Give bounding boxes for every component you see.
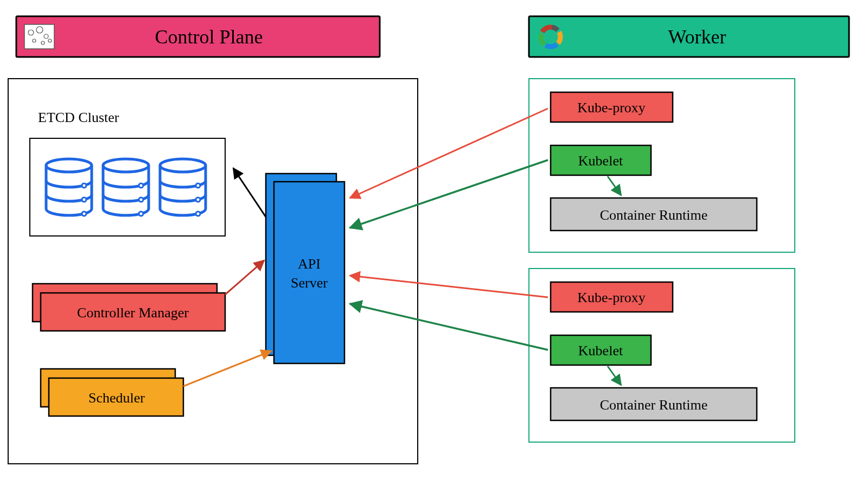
worker-header: Worker <box>529 16 849 57</box>
worker-node-1: Kube-proxy Kubelet Container Runtime <box>529 79 795 252</box>
chart-icon <box>24 24 54 49</box>
container-runtime-label-2: Container Runtime <box>600 397 708 413</box>
svg-point-19 <box>103 159 149 172</box>
svg-point-25 <box>196 197 200 202</box>
svg-rect-1 <box>24 24 54 49</box>
svg-rect-28 <box>274 182 344 363</box>
svg-point-18 <box>82 212 86 216</box>
controller-manager: Controller Manager <box>33 284 225 331</box>
kube-proxy-label-2: Kube-proxy <box>577 290 646 305</box>
etcd-cluster: ETCD Cluster <box>30 110 225 236</box>
arrow-kubelet-runtime-1 <box>608 176 621 195</box>
arrow-scheduler-api <box>183 351 271 386</box>
kube-proxy-label-1: Kube-proxy <box>577 100 646 116</box>
scheduler: Scheduler <box>41 369 183 416</box>
arrow-kubelet1-api <box>350 160 548 228</box>
arrow-api-etcd <box>233 168 266 217</box>
etcd-cluster-label: ETCD Cluster <box>38 110 119 125</box>
arrow-kubeproxy1-api <box>350 108 548 198</box>
controller-manager-label: Controller Manager <box>77 305 189 321</box>
svg-point-23 <box>160 159 206 172</box>
api-server-label-2: Server <box>291 275 328 291</box>
scheduler-label: Scheduler <box>88 390 145 406</box>
svg-point-20 <box>139 183 143 188</box>
arrow-kubelet2-api <box>350 304 548 350</box>
control-plane-header: Control Plane <box>16 16 380 57</box>
arrow-kubeproxy2-api <box>350 276 548 297</box>
control-plane-header-label: Control Plane <box>155 26 263 48</box>
svg-point-21 <box>139 197 143 202</box>
worker-header-label: Worker <box>668 26 726 48</box>
arrow-kubelet-runtime-2 <box>608 366 621 385</box>
container-runtime-label-1: Container Runtime <box>600 207 708 223</box>
database-icon <box>46 159 206 216</box>
svg-point-15 <box>46 159 92 172</box>
svg-point-16 <box>82 183 86 188</box>
arrow-controller-api <box>225 260 264 295</box>
worker-node-2: Kube-proxy Kubelet Container Runtime <box>529 269 795 442</box>
svg-point-22 <box>139 212 143 216</box>
kubelet-label-1: Kubelet <box>578 153 623 169</box>
svg-point-17 <box>82 197 86 202</box>
api-server-label-1: API <box>298 256 321 272</box>
svg-point-24 <box>196 183 200 188</box>
api-server: API Server <box>266 174 344 363</box>
svg-point-26 <box>196 212 200 216</box>
kubelet-label-2: Kubelet <box>578 343 623 359</box>
